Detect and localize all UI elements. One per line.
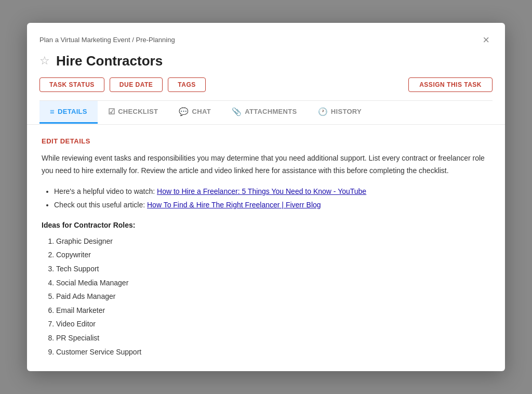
title-row: ☆ Hire Contractors <box>39 53 493 69</box>
list-item: Check out this useful article: How To Fi… <box>54 199 490 212</box>
tabs-row: ≡ DETAILS ☑ CHECKLIST 💬 CHAT 📎 ATTACHMEN… <box>39 100 493 124</box>
close-button[interactable]: × <box>480 33 493 47</box>
ideas-heading: Ideas for Contractor Roles: <box>42 221 490 229</box>
tab-checklist[interactable]: ☑ CHECKLIST <box>98 101 168 124</box>
tags-button[interactable]: TAGS <box>168 77 205 92</box>
task-title: Hire Contractors <box>56 53 163 69</box>
due-date-button[interactable]: DUE DATE <box>110 77 163 92</box>
list-item: Email Marketer <box>56 304 490 318</box>
tab-history-label: HISTORY <box>331 108 362 115</box>
task-modal: Plan a Virtual Marketing Event / Pre-Pla… <box>27 23 505 371</box>
list-item: PR Specialist <box>56 331 490 345</box>
star-icon[interactable]: ☆ <box>39 54 50 68</box>
action-row: TASK STATUS DUE DATE TAGS ASSIGN THIS TA… <box>39 77 493 92</box>
list-item: Paid Ads Manager <box>56 290 490 304</box>
roles-list: Graphic Designer Copywriter Tech Support… <box>42 234 490 359</box>
list-item: Graphic Designer <box>56 234 490 248</box>
breadcrumb-row: Plan a Virtual Marketing Event / Pre-Pla… <box>39 33 493 47</box>
video-link[interactable]: How to Hire a Freelancer: 5 Things You N… <box>157 187 366 195</box>
tab-attachments[interactable]: 📎 ATTACHMENTS <box>221 101 308 124</box>
tab-history[interactable]: 🕐 HISTORY <box>308 101 372 124</box>
tab-details[interactable]: ≡ DETAILS <box>39 101 98 124</box>
modal-body: EDIT DETAILS While reviewing event tasks… <box>27 125 505 371</box>
bullet-prefix-1: Here's a helpful video to watch: <box>54 187 157 195</box>
assign-task-button[interactable]: ASSIGN THIS TASK <box>408 77 493 92</box>
tab-chat-label: CHAT <box>192 108 211 115</box>
bullet-list: Here's a helpful video to watch: How to … <box>42 185 490 211</box>
description-text: While reviewing event tasks and responsi… <box>42 152 490 177</box>
list-item: Video Editor <box>56 317 490 331</box>
modal-header: Plan a Virtual Marketing Event / Pre-Pla… <box>27 23 505 125</box>
bullet-prefix-2: Check out this useful article: <box>54 201 147 209</box>
list-item: Tech Support <box>56 262 490 276</box>
attachments-icon: 📎 <box>232 107 242 116</box>
tab-chat[interactable]: 💬 CHAT <box>168 101 221 124</box>
breadcrumb: Plan a Virtual Marketing Event / Pre-Pla… <box>39 36 175 44</box>
details-icon: ≡ <box>50 107 55 116</box>
list-item: Customer Service Support <box>56 345 490 359</box>
article-link[interactable]: How To Find & Hire The Right Freelancer … <box>147 201 321 209</box>
checklist-icon: ☑ <box>108 107 115 116</box>
chat-icon: 💬 <box>179 107 189 116</box>
task-status-button[interactable]: TASK STATUS <box>39 77 104 92</box>
edit-details-label: EDIT DETAILS <box>42 137 490 145</box>
list-item: Copywriter <box>56 248 490 262</box>
tab-attachments-label: ATTACHMENTS <box>245 108 297 115</box>
tab-details-label: DETAILS <box>58 108 87 115</box>
history-icon: 🕐 <box>318 107 328 116</box>
list-item: Social Media Manager <box>56 276 490 290</box>
list-item: Here's a helpful video to watch: How to … <box>54 185 490 198</box>
tab-checklist-label: CHECKLIST <box>118 108 158 115</box>
